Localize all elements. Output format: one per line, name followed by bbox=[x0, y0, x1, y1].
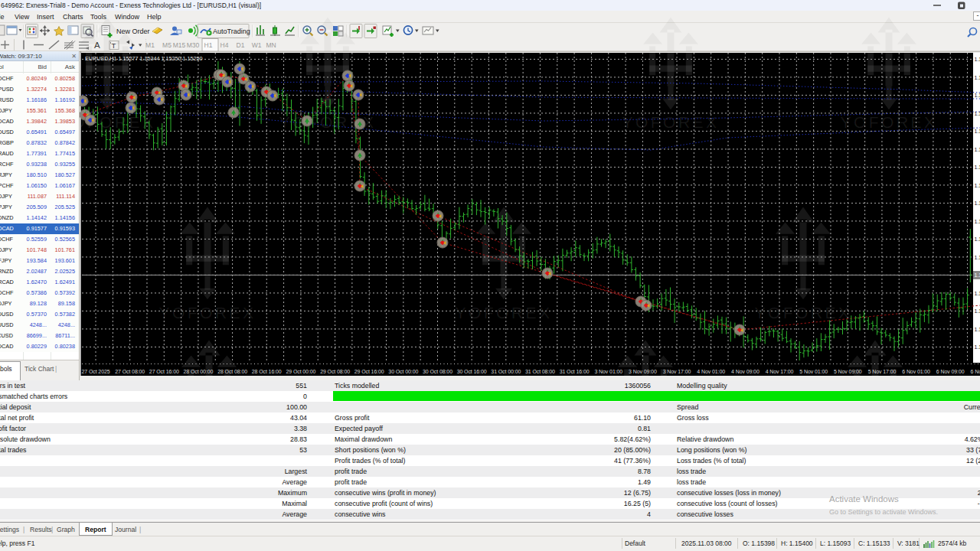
svg-text:27 Oct 08:00: 27 Oct 08:00 bbox=[115, 369, 145, 374]
svg-text:1.15630: 1.15630 bbox=[975, 183, 980, 188]
svg-text:5 Nov 01:00: 5 Nov 01:00 bbox=[799, 369, 828, 374]
svg-text:1.16030: 1.16030 bbox=[975, 111, 980, 116]
svg-text:4 Nov 17:00: 4 Nov 17:00 bbox=[766, 369, 794, 374]
svg-text:29 Oct 16:00: 29 Oct 16:00 bbox=[354, 369, 384, 374]
svg-text:1.15030: 1.15030 bbox=[975, 291, 980, 296]
svg-text:1.14830: 1.14830 bbox=[975, 327, 980, 332]
svg-text:1.15730: 1.15730 bbox=[975, 165, 980, 170]
svg-text:1.15830: 1.15830 bbox=[975, 147, 980, 152]
svg-text:5 Nov 09:00: 5 Nov 09:00 bbox=[834, 369, 862, 374]
svg-text:27 Oct 2025: 27 Oct 2025 bbox=[81, 369, 109, 374]
svg-text:5 Nov 17:00: 5 Nov 17:00 bbox=[868, 369, 897, 374]
svg-text:YOFOREX: YOFOREX bbox=[455, 304, 552, 321]
svg-text:28 Oct 00:00: 28 Oct 00:00 bbox=[183, 369, 213, 374]
svg-text:30 Oct 00:00: 30 Oct 00:00 bbox=[388, 369, 418, 374]
svg-text:1.14930: 1.14930 bbox=[975, 308, 980, 314]
svg-text:29 Oct 08:00: 29 Oct 08:00 bbox=[320, 369, 350, 374]
svg-text:1.14730: 1.14730 bbox=[975, 344, 980, 350]
svg-text:3 Nov 01:00: 3 Nov 01:00 bbox=[594, 369, 622, 374]
svg-text:31 Oct 08:00: 31 Oct 08:00 bbox=[525, 369, 555, 374]
svg-text:31 Oct 00:00: 31 Oct 00:00 bbox=[491, 369, 521, 374]
svg-text:30 Oct 08:00: 30 Oct 08:00 bbox=[423, 369, 452, 374]
svg-text:28 Oct 08:00: 28 Oct 08:00 bbox=[217, 369, 247, 374]
svg-text:27 Oct 16:00: 27 Oct 16:00 bbox=[149, 369, 179, 374]
svg-text:31 Oct 16:00: 31 Oct 16:00 bbox=[560, 369, 590, 374]
svg-text:6 Nov 09:00: 6 Nov 09:00 bbox=[936, 369, 965, 374]
svg-text:1.15530: 1.15530 bbox=[975, 201, 980, 206]
svg-text:YOFOREX: YOFOREX bbox=[622, 113, 719, 131]
svg-text:4 Nov 09:00: 4 Nov 09:00 bbox=[731, 369, 760, 374]
svg-text:1.15230: 1.15230 bbox=[975, 255, 980, 260]
svg-text:29 Oct 00:00: 29 Oct 00:00 bbox=[286, 369, 315, 374]
svg-text:1.15930: 1.15930 bbox=[975, 129, 980, 134]
svg-text:EURUSD,H1 1.15277 1.15344 1.15: EURUSD,H1 1.15277 1.15344 1.15250 1.1525… bbox=[85, 55, 202, 62]
svg-text:1.16130: 1.16130 bbox=[975, 93, 980, 98]
svg-text:1.15430: 1.15430 bbox=[975, 219, 980, 224]
svg-text:3 Nov 09:00: 3 Nov 09:00 bbox=[629, 369, 657, 374]
svg-text:YOFOREX: YOFOREX bbox=[158, 304, 256, 321]
svg-text:6 Nov 01:00: 6 Nov 01:00 bbox=[902, 369, 930, 374]
svg-text:YOFOREX: YOFOREX bbox=[754, 304, 851, 321]
svg-text:1.15133: 1.15133 bbox=[975, 272, 980, 278]
svg-text:6 Nov 17:00: 6 Nov 17:00 bbox=[971, 369, 980, 374]
svg-text:3 Nov 17:00: 3 Nov 17:00 bbox=[663, 369, 691, 374]
svg-text:YOFOREX: YOFOREX bbox=[840, 113, 937, 131]
svg-text:1.16330: 1.16330 bbox=[975, 57, 980, 62]
svg-text:30 Oct 16:00: 30 Oct 16:00 bbox=[457, 369, 487, 374]
svg-text:4 Nov 01:00: 4 Nov 01:00 bbox=[697, 369, 725, 374]
svg-text:1.16230: 1.16230 bbox=[975, 75, 980, 80]
svg-text:28 Oct 16:00: 28 Oct 16:00 bbox=[252, 369, 282, 374]
svg-text:1.15330: 1.15330 bbox=[975, 236, 980, 242]
